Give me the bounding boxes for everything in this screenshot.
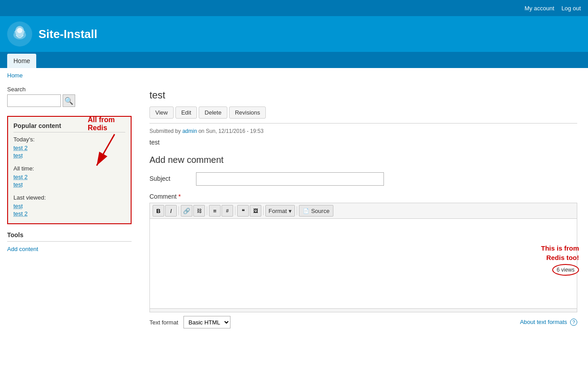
log-out-link[interactable]: Log out xyxy=(562,5,581,12)
view-tab[interactable]: View xyxy=(149,107,174,119)
toolbar-sep-1 xyxy=(179,206,179,215)
breadcrumb-home-link[interactable]: Home xyxy=(7,72,23,79)
site-title: Site-Install xyxy=(38,27,97,41)
ol-button[interactable]: # xyxy=(222,205,233,217)
nav-bar: Home xyxy=(0,52,588,68)
italic-button[interactable]: I xyxy=(165,205,177,217)
image-button[interactable]: 🖼 xyxy=(250,205,261,217)
node-tabs: View Edit Delete Revisions xyxy=(149,107,577,119)
annotation-wrapper: All from Redis Popular content To xyxy=(7,116,132,224)
unlink-button[interactable]: ⛓ xyxy=(193,205,205,217)
blockquote-button[interactable]: ❝ xyxy=(237,205,249,217)
alltime-label: All time: xyxy=(13,165,125,172)
search-label: Search xyxy=(7,86,132,93)
toolbar-sep-3 xyxy=(235,206,235,215)
format-label: Format xyxy=(268,208,287,214)
search-icon: 🔍 xyxy=(64,97,73,105)
revisions-tab[interactable]: Revisions xyxy=(229,107,266,119)
editor-resize-bar[interactable] xyxy=(150,308,577,312)
search-input[interactable] xyxy=(7,94,61,107)
home-tab[interactable]: Home xyxy=(7,54,36,68)
ul-icon: ≡ xyxy=(213,208,217,214)
ul-button[interactable]: ≡ xyxy=(209,205,221,217)
about-formats-link[interactable]: About text formats ? xyxy=(520,319,577,326)
toolbar-sep-4 xyxy=(263,206,264,215)
text-format-bar: Text format Basic HTML Full HTML Plain t… xyxy=(149,316,577,328)
node-divider xyxy=(149,123,577,124)
tools-title: Tools xyxy=(7,231,132,242)
source-icon: 📄 xyxy=(303,208,309,214)
sidebar: Search 🔍 All from Redis xyxy=(0,82,139,343)
link-button[interactable]: 🔗 xyxy=(181,205,192,217)
alltime-item-1[interactable]: test 2 xyxy=(13,174,125,180)
comment-section-title: Add new comment xyxy=(149,155,577,165)
site-header: Site-Install xyxy=(0,16,588,52)
comment-label: Comment xyxy=(149,193,177,200)
popular-content-title: Popular content xyxy=(13,122,125,132)
lastviewed-item-1[interactable]: test xyxy=(13,203,125,209)
format-chevron-icon: ▾ xyxy=(289,208,292,214)
editor-body[interactable] xyxy=(150,219,577,308)
todays-label: Today's: xyxy=(13,136,125,143)
my-account-link[interactable]: My account xyxy=(524,5,554,12)
format-dropdown[interactable]: Format ▾ xyxy=(265,205,295,217)
comment-field: Comment * B I 🔗 xyxy=(149,193,577,328)
search-row: 🔍 xyxy=(7,94,132,107)
toolbar-sep-2 xyxy=(207,206,207,215)
source-button[interactable]: 📄 Source xyxy=(299,205,333,217)
tools-box: Tools Add content xyxy=(7,231,132,252)
drupal-logo-icon xyxy=(7,21,32,47)
content-wrapper: Search 🔍 All from Redis xyxy=(0,82,588,343)
subject-field: Subject xyxy=(149,172,577,186)
main-content: This is fromRedis too! 6 views test View… xyxy=(139,82,588,343)
link-icon: 🔗 xyxy=(183,208,190,214)
todays-item-2[interactable]: test xyxy=(13,152,125,159)
editor-container: B I 🔗 ⛓ ≡ xyxy=(149,203,577,312)
search-box: Search 🔍 xyxy=(7,86,132,107)
comment-label-row: Comment * xyxy=(149,193,577,200)
breadcrumb: Home xyxy=(0,68,588,82)
todays-item-1[interactable]: test 2 xyxy=(13,145,125,151)
text-format-label: Text format xyxy=(149,319,178,326)
editor-toolbar: B I 🔗 ⛓ ≡ xyxy=(150,203,577,219)
search-button[interactable]: 🔍 xyxy=(63,94,75,107)
popular-content-box: Popular content Today's: test 2 test All… xyxy=(7,116,132,224)
image-icon: 🖼 xyxy=(253,208,258,213)
alltime-item-2[interactable]: test xyxy=(13,181,125,188)
top-bar: My account Log out xyxy=(0,0,588,16)
page-title: test xyxy=(149,89,577,101)
submitted-info: Submitted by admin on Sun, 12/11/2016 - … xyxy=(149,128,577,134)
required-star: * xyxy=(179,193,181,200)
delete-tab[interactable]: Delete xyxy=(199,107,227,119)
unlink-icon: ⛓ xyxy=(197,208,202,213)
subject-label: Subject xyxy=(149,172,194,182)
author-link[interactable]: admin xyxy=(182,128,197,134)
subject-input[interactable] xyxy=(196,172,384,186)
bold-button[interactable]: B xyxy=(153,205,164,217)
node-body: test xyxy=(149,139,577,146)
add-content-link[interactable]: Add content xyxy=(7,246,38,252)
sidebar-inner: Search 🔍 All from Redis xyxy=(0,82,139,256)
lastviewed-label: Last viewed: xyxy=(13,194,125,201)
ol-icon: # xyxy=(226,208,229,213)
blockquote-icon: ❝ xyxy=(242,208,245,214)
text-format-select[interactable]: Basic HTML Full HTML Plain text xyxy=(183,316,230,328)
breadcrumb-section: Home xyxy=(0,68,588,82)
lastviewed-item-2[interactable]: test 2 xyxy=(13,210,125,217)
toolbar-sep-5 xyxy=(297,206,297,215)
svg-point-3 xyxy=(17,28,22,33)
comment-section: Add new comment Subject Comment * B xyxy=(149,155,577,328)
edit-tab[interactable]: Edit xyxy=(175,107,197,119)
source-label: Source xyxy=(311,208,329,214)
help-icon: ? xyxy=(570,319,577,326)
